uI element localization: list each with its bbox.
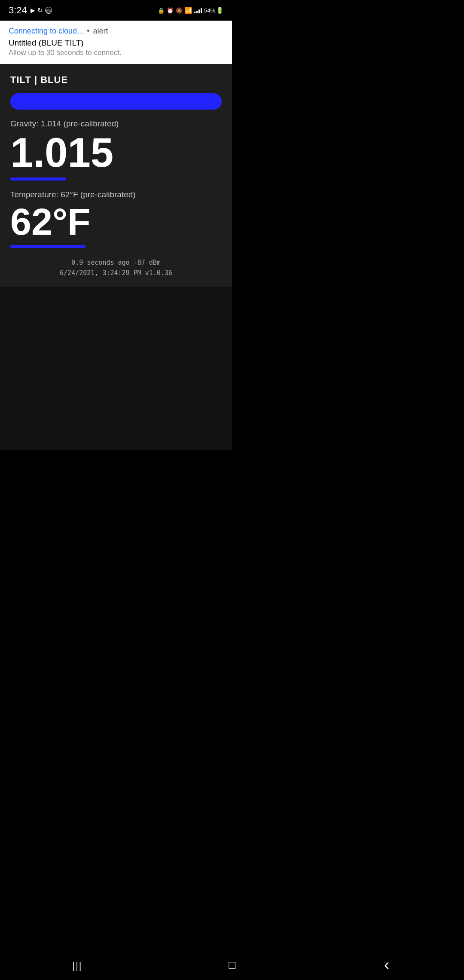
- notification-area: Connecting to cloud... • alert Untitled …: [0, 21, 232, 64]
- tilt-card: TILT | BLUE Gravity: 1.014 (pre-calibrat…: [0, 64, 232, 287]
- status-icons-left: ▶ ↻ ◎: [31, 6, 52, 14]
- status-bar: 3:24 ▶ ↻ ◎ 🔒 ⏰ 🔕 📶 54% 🔋: [0, 0, 232, 21]
- app-icon: ◎: [45, 7, 52, 14]
- sync-icon: ↻: [37, 6, 43, 14]
- blue-bar-temp: [10, 245, 85, 248]
- meta-line2: 6/24/2021, 3:24:29 PM v1.0.36: [10, 268, 222, 278]
- temp-label: Temperature: 62°F (pre-calibrated): [10, 190, 222, 199]
- alert-label: alert: [93, 27, 108, 36]
- mute-icon: 🔕: [176, 7, 183, 14]
- status-icons-right: 🔒 ⏰ 🔕 📶 54% 🔋: [158, 7, 223, 14]
- notification-title: Untitled (BLUE TILT): [9, 38, 223, 48]
- battery-percent: 54%: [204, 7, 215, 14]
- status-left: 3:24 ▶ ↻ ◎: [9, 5, 52, 16]
- lock-icon: 🔒: [158, 7, 165, 14]
- notification-subtitle: Allow up to 30 seconds to connect.: [9, 49, 223, 57]
- connecting-text[interactable]: Connecting to cloud...: [9, 27, 83, 36]
- temp-value: 62°F: [10, 203, 222, 241]
- meta-info: 0.9 seconds ago -87 dBm 6/24/2021, 3:24:…: [10, 257, 222, 278]
- battery-indicator: 54% 🔋: [204, 7, 223, 14]
- gravity-value: 1.015: [10, 132, 222, 173]
- signal-bars: [194, 7, 202, 13]
- separator: •: [87, 27, 89, 36]
- wifi-icon: 📶: [185, 7, 192, 14]
- card-title: TILT | BLUE: [10, 74, 222, 86]
- blue-bar-gravity: [10, 178, 66, 181]
- status-time: 3:24: [9, 5, 27, 16]
- battery-icon: 🔋: [216, 7, 223, 14]
- meta-line1: 0.9 seconds ago -87 dBm: [10, 257, 222, 268]
- gravity-label: Gravity: 1.014 (pre-calibrated): [10, 119, 222, 129]
- alarm-icon: ⏰: [167, 7, 174, 14]
- notification-header: Connecting to cloud... • alert: [9, 27, 223, 36]
- blue-bar-full: [10, 93, 222, 110]
- youtube-icon: ▶: [31, 7, 35, 14]
- dark-fill-area: [0, 287, 232, 450]
